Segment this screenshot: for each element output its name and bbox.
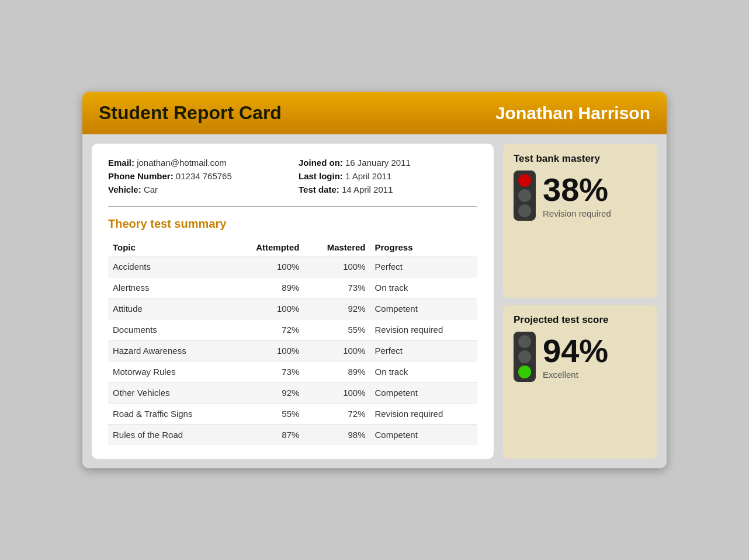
table-row: Alertness89%73%On track xyxy=(108,277,477,298)
cell-attempted: 55% xyxy=(231,404,304,425)
vehicle-label: Vehicle: xyxy=(108,185,141,194)
email-value: jonathan@hotmail.com xyxy=(137,158,227,168)
cell-attempted: 89% xyxy=(231,277,304,298)
cell-mastered: 72% xyxy=(304,404,370,425)
cell-progress: Perfect xyxy=(370,256,478,277)
cell-mastered: 100% xyxy=(304,256,370,277)
vehicle-field: Vehicle: Car xyxy=(108,185,287,194)
card-body: Email: jonathan@hotmail.com Joined on: 1… xyxy=(82,134,667,468)
tl-green-lit xyxy=(518,366,531,378)
header: Student Report Card Jonathan Harrison xyxy=(82,92,667,134)
tl-red-circle xyxy=(518,174,531,187)
test-bank-mastery-box: Test bank mastery 38% Revision required xyxy=(503,144,657,298)
test-date-label: Test date: xyxy=(299,185,339,194)
test-bank-score-block: 38% Revision required xyxy=(543,173,611,218)
cell-progress: Competent xyxy=(370,425,478,446)
cell-progress: Competent xyxy=(370,382,478,404)
cell-progress: On track xyxy=(370,361,478,382)
cell-topic: Other Vehicles xyxy=(108,382,231,404)
joined-field: Joined on: 16 January 2011 xyxy=(299,158,477,168)
table-header-row: Topic Attempted Mastered Progress xyxy=(108,239,477,256)
vehicle-value: Car xyxy=(144,185,158,194)
student-name: Jonathan Harrison xyxy=(495,103,650,123)
cell-mastered: 73% xyxy=(304,277,370,298)
section-title: Theory test summary xyxy=(108,217,477,231)
cell-progress: Perfect xyxy=(370,340,478,361)
cell-progress: Revision required xyxy=(370,404,478,425)
cell-attempted: 100% xyxy=(231,340,304,361)
cell-mastered: 100% xyxy=(304,382,370,404)
last-login-value: 1 April 2011 xyxy=(345,171,391,181)
test-bank-score: 38% xyxy=(543,173,611,206)
projected-title: Projected test score xyxy=(514,314,647,326)
cell-topic: Attitude xyxy=(108,298,231,319)
table-row: Documents72%55%Revision required xyxy=(108,319,477,340)
joined-value: 16 January 2011 xyxy=(345,158,411,168)
last-login-label: Last login: xyxy=(299,171,343,181)
email-field: Email: jonathan@hotmail.com xyxy=(108,158,287,168)
test-bank-title: Test bank mastery xyxy=(514,153,647,165)
cell-mastered: 89% xyxy=(304,361,370,382)
table-row: Rules of the Road87%98%Competent xyxy=(108,425,477,446)
cell-progress: Revision required xyxy=(370,319,478,340)
cell-topic: Motorway Rules xyxy=(108,361,231,382)
projected-status: Excellent xyxy=(543,370,608,380)
topic-table: Topic Attempted Mastered Progress Accide… xyxy=(108,239,477,445)
cell-topic: Alertness xyxy=(108,277,231,298)
projected-score-box: Projected test score 94% Excellent xyxy=(503,305,657,459)
cell-mastered: 55% xyxy=(304,319,370,340)
cell-topic: Hazard Awareness xyxy=(108,340,231,361)
tl-red-dim xyxy=(518,335,531,348)
phone-field: Phone Number: 01234 765765 xyxy=(108,171,287,181)
table-row: Other Vehicles92%100%Competent xyxy=(108,382,477,404)
projected-traffic-light xyxy=(514,332,536,382)
joined-label: Joined on: xyxy=(299,158,343,168)
tl-amber-dim xyxy=(518,350,531,363)
left-panel: Email: jonathan@hotmail.com Joined on: 1… xyxy=(92,144,494,459)
table-row: Hazard Awareness100%100%Perfect xyxy=(108,340,477,361)
student-info: Email: jonathan@hotmail.com Joined on: 1… xyxy=(108,158,477,194)
cell-attempted: 73% xyxy=(231,361,304,382)
cell-attempted: 87% xyxy=(231,425,304,446)
cell-topic: Accidents xyxy=(108,256,231,277)
col-attempted: Attempted xyxy=(231,239,304,256)
cell-attempted: 100% xyxy=(231,298,304,319)
cell-progress: Competent xyxy=(370,298,478,319)
cell-attempted: 72% xyxy=(231,319,304,340)
projected-score-block: 94% Excellent xyxy=(543,335,608,380)
test-bank-status: Revision required xyxy=(543,208,611,218)
phone-label: Phone Number: xyxy=(108,171,174,181)
test-date-field: Test date: 14 April 2011 xyxy=(299,185,477,194)
cell-mastered: 98% xyxy=(304,425,370,446)
projected-score: 94% xyxy=(543,335,608,367)
col-progress: Progress xyxy=(370,239,478,256)
tl-amber-circle xyxy=(518,189,531,202)
cell-topic: Rules of the Road xyxy=(108,425,231,446)
test-date-value: 14 April 2011 xyxy=(342,185,393,194)
cell-topic: Documents xyxy=(108,319,231,340)
tl-green-circle xyxy=(518,204,531,217)
table-row: Attitude100%92%Competent xyxy=(108,298,477,319)
last-login-field: Last login: 1 April 2011 xyxy=(299,171,477,181)
test-bank-traffic-light xyxy=(514,171,536,221)
cell-topic: Road & Traffic Signs xyxy=(108,404,231,425)
projected-traffic-row: 94% Excellent xyxy=(514,332,647,382)
cell-attempted: 100% xyxy=(231,256,304,277)
col-topic: Topic xyxy=(108,239,231,256)
col-mastered: Mastered xyxy=(304,239,370,256)
divider xyxy=(108,206,477,207)
report-card: Student Report Card Jonathan Harrison Em… xyxy=(82,92,667,468)
cell-mastered: 92% xyxy=(304,298,370,319)
test-bank-traffic-row: 38% Revision required xyxy=(514,171,647,221)
page-title: Student Report Card xyxy=(99,102,282,124)
phone-value: 01234 765765 xyxy=(176,171,232,181)
table-row: Road & Traffic Signs55%72%Revision requi… xyxy=(108,404,477,425)
table-row: Accidents100%100%Perfect xyxy=(108,256,477,277)
email-label: Email: xyxy=(108,158,134,168)
cell-attempted: 92% xyxy=(231,382,304,404)
right-panel: Test bank mastery 38% Revision required … xyxy=(503,134,667,468)
cell-progress: On track xyxy=(370,277,478,298)
table-row: Motorway Rules73%89%On track xyxy=(108,361,477,382)
cell-mastered: 100% xyxy=(304,340,370,361)
